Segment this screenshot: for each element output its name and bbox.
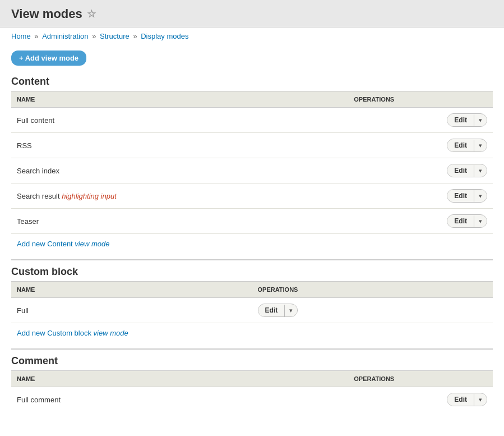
- add-link-row: Add new Content view mode: [11, 234, 493, 254]
- content-ops-header: OPERATIONS: [348, 91, 493, 108]
- custom-block-table: NAME OPERATIONS Full Edit ▾ Add: [11, 281, 493, 343]
- table-row: RSS Edit ▾: [11, 133, 493, 158]
- row-ops: Edit ▾: [348, 158, 493, 183]
- custom-block-section: Custom block NAME OPERATIONS Full Edit ▾: [11, 266, 493, 343]
- edit-button[interactable]: Edit: [258, 304, 285, 316]
- breadcrumb-home[interactable]: Home: [11, 32, 31, 40]
- section-divider: [11, 259, 493, 260]
- breadcrumb-structure[interactable]: Structure: [100, 32, 130, 40]
- edit-dropdown-button[interactable]: ▾: [474, 114, 487, 126]
- table-row: Full Edit ▾: [11, 298, 493, 323]
- row-ops: Edit ▾: [348, 108, 493, 133]
- row-name: Search index: [11, 158, 348, 183]
- custom-block-ops-header: OPERATIONS: [252, 282, 493, 298]
- content-section-title: Content: [11, 76, 493, 88]
- edit-button[interactable]: Edit: [447, 114, 474, 126]
- add-link-row: Add new Custom block view mode: [11, 323, 493, 343]
- highlight-text: highlighting input: [62, 192, 117, 200]
- edit-btn-group: Edit ▾: [447, 393, 487, 406]
- edit-btn-group: Edit ▾: [447, 113, 487, 127]
- row-name: Full comment: [11, 387, 348, 412]
- table-row: Teaser Edit ▾: [11, 209, 493, 234]
- content-section: Content NAME OPERATIONS Full content Edi…: [11, 76, 493, 254]
- comment-ops-header: OPERATIONS: [348, 371, 493, 387]
- comment-section: Comment NAME OPERATIONS Full comment Edi…: [11, 355, 493, 412]
- add-custom-block-view-mode-link[interactable]: Add new Custom block view mode: [17, 329, 128, 337]
- row-ops: Edit ▾: [252, 298, 493, 323]
- breadcrumb: Home » Administration » Structure » Disp…: [0, 27, 504, 45]
- edit-button[interactable]: Edit: [447, 190, 474, 202]
- breadcrumb-administration[interactable]: Administration: [42, 32, 88, 40]
- comment-table: NAME OPERATIONS Full comment Edit ▾: [11, 370, 493, 412]
- comment-name-header: NAME: [11, 371, 348, 387]
- edit-dropdown-button[interactable]: ▾: [284, 305, 297, 316]
- edit-dropdown-button[interactable]: ▾: [474, 140, 487, 152]
- edit-btn-group: Edit ▾: [447, 164, 487, 177]
- table-row: Search result highlighting input Edit ▾: [11, 183, 493, 209]
- row-name: Teaser: [11, 209, 348, 234]
- edit-button[interactable]: Edit: [447, 164, 474, 177]
- title-text: View modes: [11, 7, 82, 21]
- row-ops: Edit ▾: [348, 209, 493, 234]
- edit-btn-group: Edit ▾: [258, 304, 298, 317]
- edit-btn-group: Edit ▾: [447, 139, 487, 152]
- section-divider-2: [11, 348, 493, 350]
- table-row: Full content Edit ▾: [11, 108, 493, 133]
- table-row: Full comment Edit ▾: [11, 387, 493, 412]
- row-ops: Edit ▾: [348, 133, 493, 158]
- custom-block-section-title: Custom block: [11, 266, 493, 278]
- edit-dropdown-button[interactable]: ▾: [474, 165, 487, 177]
- edit-btn-group: Edit ▾: [447, 214, 487, 228]
- row-ops: Edit ▾: [348, 387, 493, 412]
- bookmark-star-icon[interactable]: ☆: [87, 8, 96, 20]
- edit-button[interactable]: Edit: [447, 139, 474, 152]
- edit-dropdown-button[interactable]: ▾: [474, 215, 487, 227]
- edit-dropdown-button[interactable]: ▾: [474, 394, 487, 406]
- comment-section-title: Comment: [11, 355, 493, 367]
- edit-button[interactable]: Edit: [447, 215, 474, 227]
- row-name: RSS: [11, 133, 348, 158]
- add-content-view-mode-link[interactable]: Add new Content view mode: [17, 240, 110, 248]
- edit-button[interactable]: Edit: [447, 393, 474, 406]
- content-table: NAME OPERATIONS Full content Edit ▾ RSS: [11, 91, 493, 254]
- edit-dropdown-button[interactable]: ▾: [474, 190, 487, 202]
- add-view-mode-button[interactable]: + Add view mode: [11, 51, 86, 66]
- breadcrumb-display-modes[interactable]: Display modes: [141, 32, 188, 40]
- page-title: View modes ☆: [11, 7, 493, 21]
- row-ops: Edit ▾: [348, 183, 493, 209]
- row-name: Search result highlighting input: [11, 183, 348, 209]
- custom-block-name-header: NAME: [11, 282, 252, 298]
- table-row: Search index Edit ▾: [11, 158, 493, 183]
- row-name: Full: [11, 298, 252, 323]
- content-name-header: NAME: [11, 91, 348, 108]
- edit-btn-group: Edit ▾: [447, 189, 487, 203]
- row-name: Full content: [11, 108, 348, 133]
